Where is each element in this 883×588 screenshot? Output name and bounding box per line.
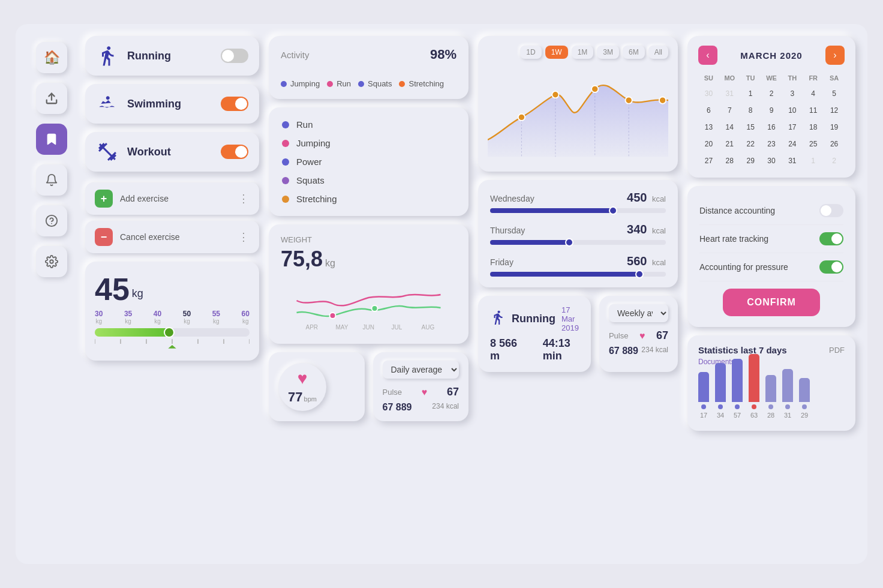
- cal-day[interactable]: 19: [824, 120, 845, 134]
- pressure-toggle[interactable]: [819, 260, 843, 274]
- area-chart-card: 1D 1W 1M 3M 6M All: [478, 36, 678, 172]
- daily-avg-select[interactable]: Daily average Weekly average: [383, 361, 459, 379]
- swimming-toggle[interactable]: [221, 97, 248, 111]
- add-exercise-dots[interactable]: ⋮: [238, 192, 250, 205]
- swimming-icon: [96, 92, 119, 115]
- cal-day[interactable]: 25: [803, 137, 824, 151]
- cal-day[interactable]: 11: [803, 103, 824, 118]
- cal-day[interactable]: 6: [698, 103, 719, 118]
- weight-meter-card: 45 kg 30 kg 35 kg 40 kg 50 kg: [85, 262, 259, 361]
- add-exercise-card: + Add exercise ⋮: [85, 182, 259, 215]
- cal-day[interactable]: 10: [782, 103, 803, 118]
- wednesday-progress: [490, 208, 666, 213]
- workout-activity-card: Workout: [85, 132, 259, 172]
- cal-day[interactable]: 1: [740, 86, 761, 101]
- workout-toggle[interactable]: [221, 145, 248, 159]
- sidebar-item-bookmark[interactable]: [36, 124, 67, 155]
- running-toggle[interactable]: [221, 49, 248, 63]
- cal-day[interactable]: 18: [803, 120, 824, 134]
- cal-day[interactable]: 4: [803, 86, 824, 101]
- distance-accounting-row: Distance accounting: [699, 197, 843, 225]
- app-container: 🏠 Running: [16, 24, 867, 564]
- filter-6m[interactable]: 6M: [623, 46, 645, 59]
- heart-circle: ♥ 77 bpm: [278, 363, 326, 411]
- cal-day[interactable]: 30: [761, 154, 782, 168]
- svg-point-27: [659, 97, 666, 104]
- filter-all[interactable]: All: [648, 46, 668, 59]
- cal-day[interactable]: 21: [719, 137, 740, 151]
- cal-next-btn[interactable]: ›: [825, 46, 845, 65]
- cal-day[interactable]: 17: [782, 120, 803, 134]
- cal-grid: SU MO TU WE TH FR SA 30 31 1 2 3 4 5 6 7…: [698, 72, 845, 168]
- cal-day[interactable]: 26: [824, 137, 845, 151]
- cal-day[interactable]: 15: [740, 120, 761, 134]
- cal-day[interactable]: 23: [761, 137, 782, 151]
- legend-power-big: Power: [282, 157, 455, 167]
- cal-day[interactable]: 5: [824, 86, 845, 101]
- cal-day[interactable]: 31: [782, 154, 803, 168]
- cal-day[interactable]: 2: [824, 154, 845, 168]
- pulse-number-daily: 67: [447, 386, 459, 398]
- cal-day[interactable]: 29: [740, 154, 761, 168]
- cal-day[interactable]: 16: [761, 120, 782, 134]
- settings-card: Distance accounting Heart rate tracking …: [687, 186, 855, 327]
- cal-day[interactable]: 24: [782, 137, 803, 151]
- cal-prev-btn[interactable]: ‹: [698, 46, 717, 65]
- bpm-value: 77: [288, 389, 302, 405]
- cal-day[interactable]: 2: [761, 86, 782, 101]
- cal-day[interactable]: 3: [782, 86, 803, 101]
- bar-28: 28: [765, 375, 776, 419]
- cal-day[interactable]: 8: [740, 103, 761, 118]
- bar-57: 57: [732, 359, 743, 419]
- pulse-card: ♥ 77 bpm: [269, 352, 365, 421]
- cal-day[interactable]: 30: [698, 86, 719, 101]
- wednesday-val: 450: [627, 191, 647, 204]
- cal-day[interactable]: 12: [824, 103, 845, 118]
- dow-tu: TU: [740, 72, 761, 84]
- cal-day[interactable]: 1: [803, 154, 824, 168]
- filter-1m[interactable]: 1M: [572, 46, 594, 59]
- distance-accounting-toggle[interactable]: [819, 204, 843, 217]
- cal-day[interactable]: 27: [698, 154, 719, 168]
- pdf-btn[interactable]: PDF: [829, 346, 845, 355]
- cal-day[interactable]: 14: [719, 120, 740, 134]
- cal-day[interactable]: 13: [698, 120, 719, 134]
- add-exercise-btn[interactable]: +: [95, 190, 113, 208]
- heart-rate-toggle[interactable]: [819, 232, 843, 245]
- svg-point-23: [518, 114, 525, 121]
- filter-1w[interactable]: 1W: [545, 46, 568, 59]
- cancel-exercise-card: − Cancel exercise ⋮: [85, 221, 259, 253]
- running-activity-card: Running: [85, 36, 259, 76]
- kcal-daily: 234 kcal: [432, 402, 459, 413]
- exercise-legend-list: Run Jumping Power Squats Stretching: [282, 119, 455, 204]
- sidebar-item-upload[interactable]: [36, 83, 67, 114]
- weekly-avg-card: Weekly average Daily average Pulse ♥ 67 …: [599, 296, 678, 372]
- filter-3m[interactable]: 3M: [597, 46, 619, 59]
- cal-day[interactable]: 20: [698, 137, 719, 151]
- sidebar-item-help[interactable]: [36, 205, 67, 236]
- pressure-row: Accounting for pressure: [699, 253, 843, 281]
- cal-day[interactable]: 28: [719, 154, 740, 168]
- svg-text:APR: APR: [306, 324, 319, 331]
- confirm-button[interactable]: CONFIRM: [723, 289, 820, 316]
- calories-card: Wednesday 450 kcal Thursday 3: [478, 180, 678, 287]
- stats-title: Statistics last 7 days: [698, 345, 787, 355]
- cal-day[interactable]: 9: [761, 103, 782, 118]
- sidebar-item-home[interactable]: 🏠: [36, 42, 67, 73]
- sidebar-item-notifications[interactable]: [36, 164, 67, 196]
- cancel-exercise-dots[interactable]: ⋮: [238, 230, 250, 244]
- cancel-exercise-btn[interactable]: −: [95, 228, 113, 246]
- filter-1d[interactable]: 1D: [520, 46, 541, 59]
- svg-marker-11: [168, 345, 176, 349]
- activities-col: Running Swimming Wor: [85, 36, 259, 552]
- weekly-avg-select[interactable]: Weekly average Daily average: [609, 304, 668, 322]
- sidebar-item-settings[interactable]: [36, 246, 67, 277]
- pulse-heart-icon-weekly: ♥: [639, 331, 645, 341]
- sidebar: 🏠: [28, 36, 76, 552]
- legend-jumping: Jumping: [281, 79, 320, 88]
- cal-day[interactable]: 7: [719, 103, 740, 118]
- exercise-legend-card: Run Jumping Power Squats Stretching: [269, 107, 468, 216]
- kg-50: 55 kg: [212, 310, 220, 325]
- cal-day[interactable]: 22: [740, 137, 761, 151]
- cal-day[interactable]: 31: [719, 86, 740, 101]
